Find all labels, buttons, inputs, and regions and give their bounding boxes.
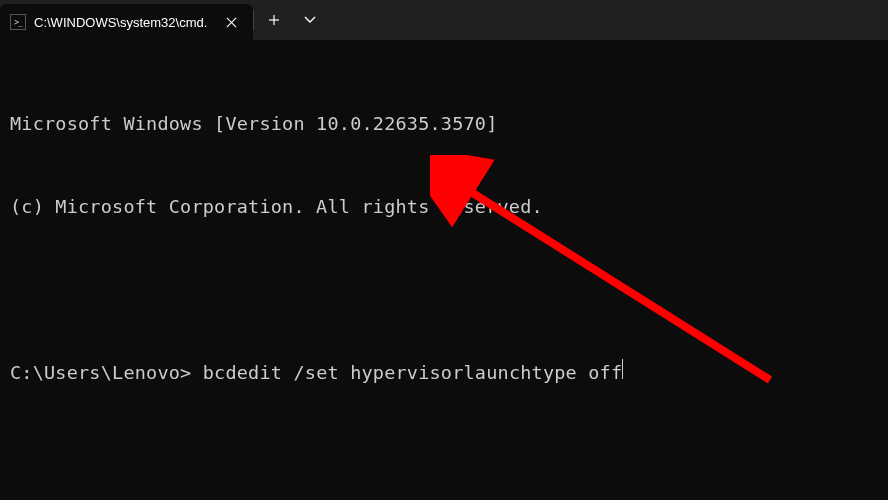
cmd-icon bbox=[10, 14, 26, 30]
banner-line-2: (c) Microsoft Corporation. All rights re… bbox=[10, 193, 878, 221]
command-input[interactable]: bcdedit /set hypervisorlaunchtype off bbox=[191, 359, 622, 387]
blank-line bbox=[10, 276, 878, 304]
tab-cmd[interactable]: C:\WINDOWS\system32\cmd. bbox=[0, 4, 253, 40]
plus-icon bbox=[268, 14, 280, 26]
tab-close-button[interactable] bbox=[221, 12, 241, 32]
titlebar: C:\WINDOWS\system32\cmd. bbox=[0, 0, 888, 40]
tab-dropdown-button[interactable] bbox=[294, 0, 326, 40]
close-icon bbox=[226, 17, 237, 28]
new-tab-button[interactable] bbox=[254, 0, 294, 40]
banner-line-1: Microsoft Windows [Version 10.0.22635.35… bbox=[10, 110, 878, 138]
chevron-down-icon bbox=[304, 14, 316, 26]
text-cursor bbox=[622, 359, 623, 379]
prompt-line: C:\Users\Lenovo> bcdedit /set hypervisor… bbox=[10, 359, 878, 387]
tab-title: C:\WINDOWS\system32\cmd. bbox=[34, 15, 207, 30]
terminal-output[interactable]: Microsoft Windows [Version 10.0.22635.35… bbox=[0, 40, 888, 429]
prompt: C:\Users\Lenovo> bbox=[10, 359, 191, 387]
